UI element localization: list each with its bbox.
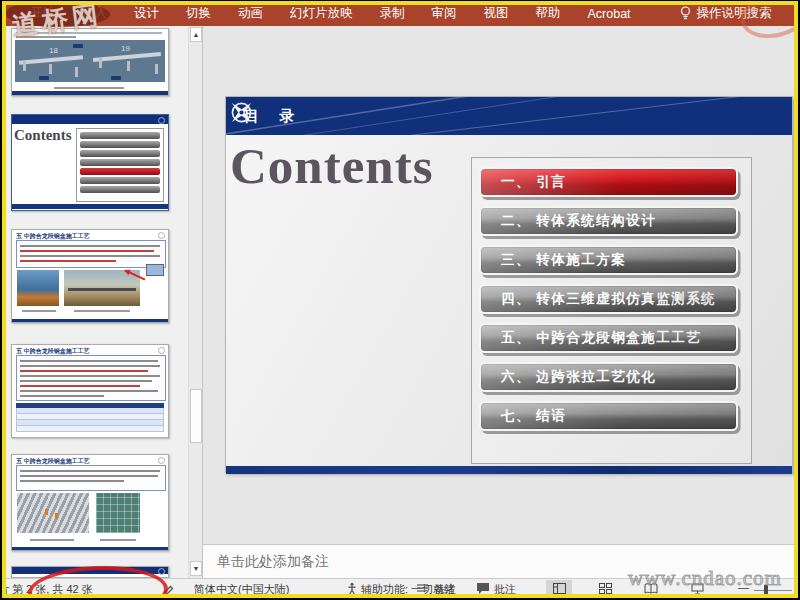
notes-toggle[interactable]: 备注 [434, 582, 456, 597]
toc-item-6[interactable]: 六、 边跨张拉工艺优化 [479, 362, 738, 392]
current-slide[interactable]: 目 录 Contents 一、 引言 二、 转体系统结构设计 三、 转体施工方案… [225, 96, 793, 473]
toc-item-7[interactable]: 七、 结语 [479, 401, 738, 431]
thumbnail-slide-3[interactable]: 五 中跨合龙段钢盒施工工艺 [11, 229, 169, 323]
tab-review[interactable]: 审阅 [432, 5, 457, 22]
tab-help[interactable]: 帮助 [536, 5, 561, 22]
mini-callout [146, 264, 164, 276]
mini-logo-icon [158, 117, 165, 124]
photo-steel-deck [17, 493, 89, 533]
scroll-down-button[interactable]: ▼ [190, 561, 202, 576]
compass-logo-icon [226, 97, 257, 128]
status-bar: 幻灯片 第 2 张, 共 42 张 简体中文(中国大陆) 辅助功能: 一切就绪 … [2, 578, 798, 598]
mini-toc-box [76, 128, 164, 202]
language-indicator[interactable]: 简体中文(中国大陆) [194, 582, 289, 597]
slide-thumbnail-panel: 18 19 Contents [2, 26, 188, 578]
diagram-label-19: 19 [121, 44, 130, 53]
tell-me-search[interactable]: 操作说明搜索 [680, 5, 772, 22]
bridge-diagram: 18 19 [15, 40, 165, 82]
zoom-out-button[interactable]: — [738, 581, 749, 593]
thumbnail-slide-4[interactable]: 五 中跨合龙段钢盒施工工艺 [11, 344, 169, 438]
tab-view[interactable]: 视图 [484, 5, 509, 22]
scrollbar-thumb[interactable] [190, 389, 202, 443]
notes-placeholder: 单击此处添加备注 [217, 553, 329, 571]
pen-icon[interactable] [162, 582, 175, 595]
toc-container: 一、 引言 二、 转体系统结构设计 三、 转体施工方案 四、 转体三维虚拟仿真监… [471, 157, 752, 464]
search-label: 操作说明搜索 [697, 5, 772, 22]
slide-editing-canvas: 目 录 Contents 一、 引言 二、 转体系统结构设计 三、 转体施工方案… [202, 26, 798, 544]
toc-item-1[interactable]: 一、 引言 [479, 167, 738, 197]
photo-crane [17, 270, 59, 306]
notes-pane[interactable]: 单击此处添加备注 [202, 544, 798, 578]
diagram-label-18: 18 [49, 46, 58, 55]
slide-bottom-bar [226, 466, 792, 474]
thumbnail-scrollbar[interactable]: ▲ ▼ [188, 26, 202, 578]
lightbulb-icon [680, 6, 691, 21]
tab-slideshow[interactable]: 幻灯片放映 [290, 5, 353, 22]
toc-item-5[interactable]: 五、 中跨合龙段钢盒施工工艺 [479, 323, 738, 353]
tab-home[interactable]: 开始 [30, 5, 55, 22]
zoom-slider[interactable] [754, 590, 792, 591]
reading-view-button[interactable] [638, 580, 664, 597]
accessibility-icon [346, 582, 358, 595]
toc-item-2[interactable]: 二、 转体系统结构设计 [479, 206, 738, 236]
mini-logo-icon [158, 232, 165, 239]
tab-record[interactable]: 录制 [380, 5, 405, 22]
mini-logo-icon [158, 568, 165, 575]
notes-toggle-icon [416, 582, 429, 594]
scroll-up-button[interactable]: ▲ [190, 27, 202, 42]
mini-contents-title: Contents [14, 127, 72, 144]
comments-icon [476, 582, 490, 595]
mini-toc-highlight [80, 168, 160, 175]
photo-grid-panel [96, 493, 140, 533]
mini-table [16, 403, 164, 432]
tab-transitions[interactable]: 切换 [186, 5, 211, 22]
ribbon-tab-bar: 开始 插入 设计 切换 动画 幻灯片放映 录制 审阅 视图 帮助 Acrobat… [2, 1, 798, 26]
thumbnail-slide-6[interactable] [11, 566, 169, 578]
powerpoint-window: 开始 插入 设计 切换 动画 幻灯片放映 录制 审阅 视图 帮助 Acrobat… [2, 1, 798, 598]
slideshow-view-button[interactable] [684, 580, 710, 597]
normal-view-button[interactable] [546, 580, 572, 597]
slide-sorter-view-button[interactable] [592, 580, 618, 597]
tab-insert[interactable]: 插入 [82, 5, 107, 22]
band-diagonal-lines [226, 97, 792, 135]
slide-title-band: 目 录 [226, 97, 792, 135]
mini-logo-icon [158, 457, 165, 464]
contents-heading[interactable]: Contents [230, 137, 434, 195]
toc-item-4[interactable]: 四、 转体三维虚拟仿真监测系统 [479, 284, 738, 314]
slide-counter: 幻灯片 第 2 张, 共 42 张 [2, 582, 93, 597]
thumbnail-slide-5[interactable]: 五 中跨合龙段钢盒施工工艺 [11, 454, 169, 551]
tab-animations[interactable]: 动画 [238, 5, 263, 22]
thumbnail-slide-1[interactable]: 18 19 [11, 28, 169, 96]
zoom-slider-handle[interactable] [764, 585, 768, 596]
tab-acrobat[interactable]: Acrobat [588, 7, 631, 21]
photo-bridge-site [64, 270, 140, 306]
toc-item-3[interactable]: 三、 转体施工方案 [479, 245, 738, 275]
comments-toggle[interactable]: 批注 [494, 582, 516, 597]
mini-logo-icon [158, 347, 165, 354]
thumbnail-slide-2-contents[interactable]: Contents [11, 114, 169, 211]
tab-design[interactable]: 设计 [134, 5, 159, 22]
